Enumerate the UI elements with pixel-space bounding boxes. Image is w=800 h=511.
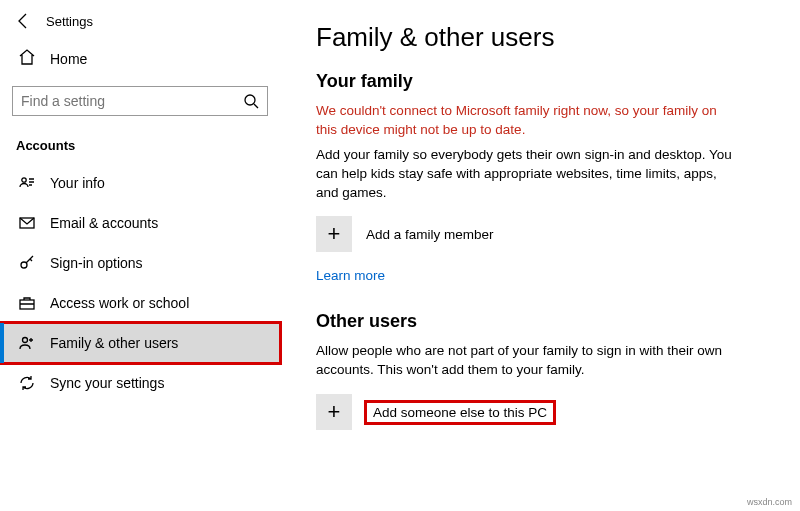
home-label: Home (50, 51, 87, 67)
watermark: wsxdn.com (747, 497, 792, 507)
sync-icon (18, 374, 36, 392)
person-card-icon (18, 174, 36, 192)
topbar: Settings (0, 0, 280, 38)
search-input-wrap[interactable] (12, 86, 268, 116)
briefcase-icon (18, 294, 36, 312)
sidebar: Settings Home Accounts Your info (0, 0, 280, 511)
sidebar-item-email-accounts[interactable]: Email & accounts (0, 203, 280, 243)
people-icon (18, 334, 36, 352)
nav-list: Your info Email & accounts Sign-in optio… (0, 163, 280, 403)
svg-point-0 (245, 95, 255, 105)
page-title: Family & other users (316, 22, 760, 53)
sidebar-item-sync-settings[interactable]: Sync your settings (0, 363, 280, 403)
other-users-description: Allow people who are not part of your fa… (316, 342, 736, 380)
plus-icon: + (316, 216, 352, 252)
main-content: Family & other users Your family We coul… (280, 0, 800, 511)
sidebar-item-family-other-users[interactable]: Family & other users (0, 323, 280, 363)
family-description: Add your family so everybody gets their … (316, 146, 736, 203)
sidebar-item-access-work-school[interactable]: Access work or school (0, 283, 280, 323)
sidebar-item-label: Family & other users (50, 335, 178, 351)
search-input[interactable] (21, 93, 243, 109)
sidebar-item-label: Sync your settings (50, 375, 164, 391)
back-icon[interactable] (14, 12, 32, 30)
sidebar-item-label: Your info (50, 175, 105, 191)
add-other-user-button[interactable]: + Add someone else to this PC (316, 394, 760, 430)
home-button[interactable]: Home (0, 38, 280, 80)
svg-point-1 (22, 178, 26, 182)
sidebar-item-label: Email & accounts (50, 215, 158, 231)
add-family-member-label: Add a family member (366, 227, 494, 242)
add-other-user-label: Add someone else to this PC (364, 400, 556, 425)
learn-more-link[interactable]: Learn more (316, 268, 385, 283)
search-icon (243, 93, 259, 109)
home-icon (18, 48, 36, 70)
section-your-family: Your family (316, 71, 760, 92)
envelope-icon (18, 214, 36, 232)
plus-icon: + (316, 394, 352, 430)
family-error-text: We couldn't connect to Microsoft family … (316, 102, 736, 140)
add-family-member-button[interactable]: + Add a family member (316, 216, 760, 252)
category-header: Accounts (0, 122, 280, 163)
svg-point-5 (23, 338, 28, 343)
sidebar-item-label: Sign-in options (50, 255, 143, 271)
sidebar-item-signin-options[interactable]: Sign-in options (0, 243, 280, 283)
sidebar-item-your-info[interactable]: Your info (0, 163, 280, 203)
sidebar-item-label: Access work or school (50, 295, 189, 311)
section-other-users: Other users (316, 311, 760, 332)
window-title: Settings (46, 14, 93, 29)
key-icon (18, 254, 36, 272)
